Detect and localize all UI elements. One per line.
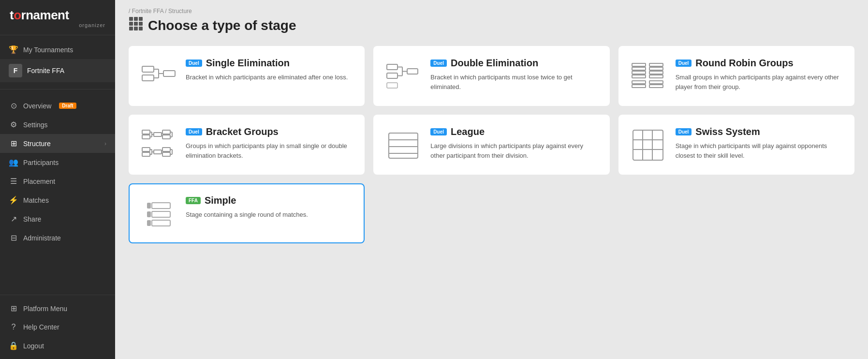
single-elimination-icon — [139, 58, 178, 94]
share-icon: ↗ — [9, 214, 18, 224]
svg-rect-26 — [632, 71, 646, 74]
svg-rect-33 — [632, 85, 646, 88]
round-robin-title: Round Robin Groups — [695, 58, 793, 69]
tournament-icon: F — [9, 64, 22, 77]
double-elimination-desc: Bracket in which participants must lose … — [430, 73, 599, 91]
svg-rect-37 — [142, 135, 150, 139]
double-elimination-title: Double Elimination — [451, 58, 538, 69]
svg-rect-31 — [649, 75, 663, 78]
round-robin-desc: Small groups in which participants play … — [676, 73, 844, 91]
bracket-groups-badge: Duel — [186, 128, 202, 135]
svg-rect-48 — [142, 148, 150, 151]
stage-card-single-elimination[interactable]: Duel Single Elimination Bracket in which… — [129, 46, 365, 106]
svg-rect-44 — [162, 135, 170, 139]
sidebar-item-logout[interactable]: 🔒 Logout — [0, 336, 115, 355]
structure-arrow: › — [104, 140, 106, 147]
bracket-groups-desc: Groups in which participants play in sma… — [186, 141, 354, 160]
svg-rect-49 — [142, 152, 150, 156]
breadcrumb-current: Structure — [168, 8, 192, 15]
svg-rect-73 — [147, 220, 151, 226]
simple-info: FFA Simple Stage containing a single rou… — [186, 195, 354, 220]
swiss-system-title: Swiss System — [695, 126, 760, 137]
simple-badge: FFA — [186, 197, 201, 204]
swiss-system-badge: Duel — [676, 128, 692, 135]
stage-card-simple[interactable]: FFA Simple Stage containing a single rou… — [129, 183, 365, 243]
sidebar-item-share[interactable]: ↗ Share — [0, 209, 115, 228]
sidebar-item-structure[interactable]: ⊞ Structure › — [0, 134, 115, 153]
svg-rect-56 — [162, 152, 170, 156]
bracket-groups-title-row: Duel Bracket Groups — [186, 126, 354, 137]
sidebar-item-placement[interactable]: ☰ Placement — [0, 172, 115, 191]
my-tournaments-section: 🏆 My Tournaments F Fortnite FFA — [0, 35, 115, 87]
platform-menu-label: Platform Menu — [23, 305, 67, 313]
sidebar-item-matches[interactable]: ⚡ Matches — [0, 191, 115, 209]
svg-rect-69 — [147, 203, 151, 209]
double-elimination-info: Duel Double Elimination Bracket in which… — [430, 58, 599, 91]
breadcrumb-tournament[interactable]: Fortnite FFA — [132, 8, 163, 15]
svg-rect-29 — [649, 67, 663, 70]
stage-card-bracket-groups[interactable]: Duel Bracket Groups Groups in which part… — [129, 115, 365, 175]
svg-rect-24 — [632, 63, 646, 66]
svg-rect-34 — [649, 81, 663, 84]
sidebar-item-platform-menu[interactable]: ⊞ Platform Menu — [0, 299, 115, 318]
tournament-name-label: Fortnite FFA — [27, 67, 64, 75]
sidebar-item-help-center[interactable]: ? Help Center — [0, 318, 115, 336]
main-content: / Fortnite FFA / Structure Choose a type… — [115, 0, 868, 359]
svg-rect-43 — [162, 130, 170, 134]
double-elimination-title-row: Duel Double Elimination — [430, 58, 599, 69]
my-tournaments-label: My Tournaments — [23, 46, 73, 54]
svg-rect-6 — [129, 27, 133, 30]
svg-rect-32 — [632, 81, 646, 84]
sidebar-item-settings[interactable]: ⚙ Settings — [0, 115, 115, 134]
svg-rect-7 — [134, 27, 138, 30]
sidebar-item-administrate[interactable]: ⊟ Administrate — [0, 228, 115, 247]
svg-rect-72 — [152, 211, 170, 217]
sidebar-item-fortnite-ffa[interactable]: F Fortnite FFA — [0, 59, 115, 82]
round-robin-badge: Duel — [676, 60, 692, 67]
svg-rect-54 — [154, 150, 162, 154]
single-elimination-badge: Duel — [186, 60, 202, 67]
sidebar-item-participants[interactable]: 👥 Participants — [0, 153, 115, 172]
svg-rect-9 — [142, 66, 154, 72]
round-robin-info: Duel Round Robin Groups Small groups in … — [676, 58, 844, 91]
stage-card-swiss-system[interactable]: Duel Swiss System Stage in which partici… — [618, 115, 854, 175]
svg-rect-64 — [633, 130, 663, 160]
app-sub: organizer — [10, 22, 105, 28]
stage-card-league[interactable]: Duel League Large divisions in which par… — [373, 115, 609, 175]
sidebar-item-my-tournaments[interactable]: 🏆 My Tournaments — [0, 40, 115, 59]
stage-card-round-robin-groups[interactable]: Duel Round Robin Groups Small groups in … — [618, 46, 854, 106]
single-elimination-info: Duel Single Elimination Bracket in which… — [186, 58, 354, 82]
divider-1 — [0, 89, 115, 90]
svg-rect-5 — [139, 22, 143, 26]
svg-rect-74 — [152, 220, 170, 226]
simple-icon — [139, 195, 178, 232]
svg-rect-60 — [389, 133, 418, 158]
stage-grid: Duel Single Elimination Bracket in which… — [115, 39, 868, 257]
single-elimination-desc: Bracket in which participants are elimin… — [186, 73, 354, 82]
swiss-system-title-row: Duel Swiss System — [676, 126, 844, 137]
svg-rect-36 — [142, 130, 150, 134]
simple-desc: Stage containing a single round of match… — [186, 210, 354, 220]
single-elimination-title-row: Duel Single Elimination — [186, 58, 354, 69]
app-name: tornament — [10, 9, 105, 21]
participants-icon: 👥 — [9, 158, 18, 167]
svg-rect-4 — [134, 22, 138, 26]
stage-card-double-elimination[interactable]: Duel Double Elimination Bracket in which… — [373, 46, 609, 106]
page-title: Choose a type of stage — [129, 16, 854, 34]
grid-icon — [129, 16, 143, 31]
league-desc: Large divisions in which participants pl… — [430, 141, 599, 160]
help-center-icon: ? — [9, 323, 18, 331]
matches-icon: ⚡ — [9, 195, 18, 205]
svg-rect-28 — [649, 63, 663, 66]
settings-icon: ⚙ — [9, 120, 18, 129]
swiss-system-info: Duel Swiss System Stage in which partici… — [676, 126, 844, 160]
overview-badge: Draft — [59, 103, 76, 109]
league-info: Duel League Large divisions in which par… — [430, 126, 599, 160]
svg-rect-1 — [134, 17, 138, 21]
logout-icon: 🔒 — [9, 341, 18, 350]
sidebar: tornament organizer 🏆 My Tournaments F F… — [0, 0, 115, 359]
logo: tornament organizer — [0, 0, 115, 35]
logout-label: Logout — [23, 342, 44, 350]
svg-rect-23 — [387, 83, 397, 88]
sidebar-item-overview[interactable]: ⊙ Overview Draft — [0, 96, 115, 115]
